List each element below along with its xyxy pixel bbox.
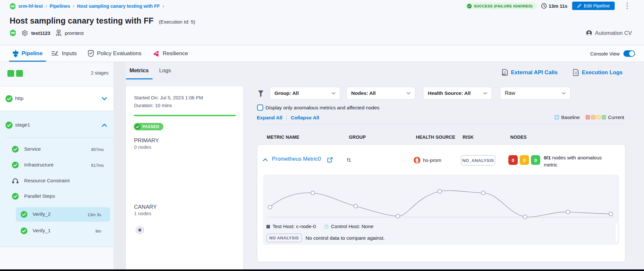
svg-text:API: API — [502, 73, 506, 75]
